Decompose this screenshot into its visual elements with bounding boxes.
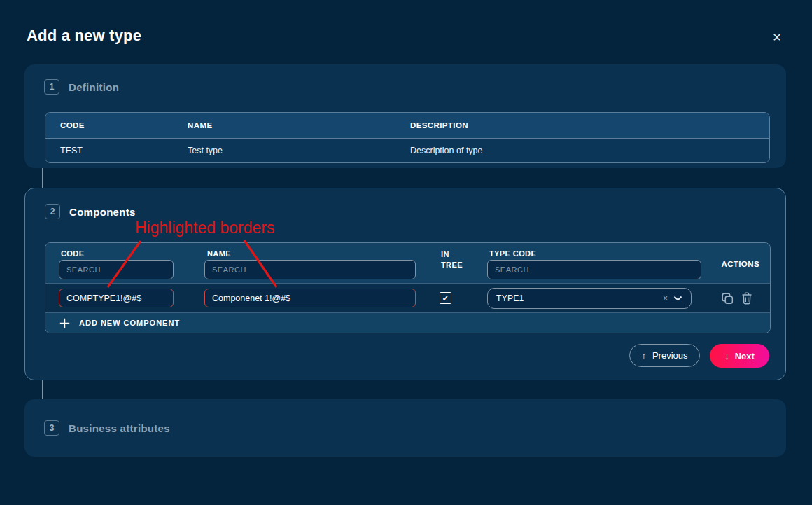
type-code-selected-value: TYPE1 [488, 293, 657, 303]
page-title: Add a new type [27, 27, 141, 45]
components-table: CODE NAME IN TREE TYPE CODE ACTIONS ✓ TY… [45, 242, 771, 333]
type-code-search-input[interactable] [487, 260, 701, 279]
section-definition: 1 Definition CODE NAME DESCRIPTION TEST … [24, 64, 786, 168]
header-name: NAME [173, 121, 396, 130]
code-search-input[interactable] [59, 260, 174, 279]
definition-step-header: 1 Definition [44, 79, 119, 95]
components-step-header: 2 Components [45, 204, 136, 219]
component-code-field[interactable] [59, 289, 174, 307]
next-button[interactable]: ↓ Next [710, 344, 769, 368]
cell-description: Description of type [396, 146, 769, 155]
step-number-badge: 3 [44, 420, 59, 436]
header-description: DESCRIPTION [396, 121, 769, 130]
component-name-field[interactable] [204, 289, 416, 307]
business-section-label: Business attributes [69, 422, 170, 434]
checkbox-check: ✓ [442, 293, 449, 303]
cell-name: Test type [173, 146, 396, 155]
previous-button-label: Previous [652, 350, 688, 361]
next-button-label: Next [735, 351, 755, 361]
in-tree-checkbox[interactable]: ✓ [440, 292, 451, 304]
duplicate-icon[interactable] [720, 291, 734, 305]
annotation-highlighted-borders: Highlighted borders [135, 219, 274, 237]
components-section-label: Components [69, 206, 136, 218]
column-label-type-code: TYPE CODE [489, 249, 536, 258]
step-number-badge: 2 [45, 204, 60, 219]
arrow-down-icon: ↓ [724, 351, 729, 361]
close-icon[interactable]: ✕ [767, 28, 787, 48]
component-row: ✓ TYPE1 × [46, 283, 770, 312]
type-code-select[interactable]: TYPE1 × [487, 288, 692, 309]
section-business-attributes: 3 Business attributes [24, 399, 786, 457]
table-row: TEST Test type Description of type [46, 139, 769, 162]
column-label-name: NAME [207, 249, 231, 258]
chevron-down-icon[interactable] [673, 296, 691, 301]
step-number-badge: 1 [44, 79, 59, 95]
step-connector-line [42, 168, 43, 188]
section-components: 2 Components CODE NAME IN TREE TYPE CODE… [24, 188, 786, 380]
definition-section-label: Definition [69, 81, 119, 93]
plus-icon [59, 318, 70, 328]
business-step-header: 3 Business attributes [44, 420, 170, 436]
components-filter-row: CODE NAME IN TREE TYPE CODE ACTIONS [46, 243, 770, 283]
definition-table: CODE NAME DESCRIPTION TEST Test type Des… [45, 112, 770, 163]
name-search-input[interactable] [204, 260, 416, 279]
add-component-label: ADD NEW COMPONENT [79, 319, 180, 327]
add-component-button[interactable]: ADD NEW COMPONENT [46, 312, 770, 333]
trash-icon[interactable] [741, 291, 755, 305]
column-label-in-tree: IN TREE [441, 249, 468, 271]
cell-code: TEST [46, 146, 173, 155]
previous-button[interactable]: ↑ Previous [629, 344, 700, 367]
clear-icon[interactable]: × [657, 293, 673, 303]
add-type-modal: Add a new type ✕ 1 Definition CODE NAME … [0, 0, 812, 505]
column-label-code: CODE [61, 249, 84, 258]
header-code: CODE [46, 121, 173, 130]
arrow-up-icon: ↑ [641, 350, 646, 361]
step-connector-line [42, 380, 43, 399]
column-label-actions: ACTIONS [721, 260, 760, 268]
definition-table-header: CODE NAME DESCRIPTION [46, 113, 769, 139]
